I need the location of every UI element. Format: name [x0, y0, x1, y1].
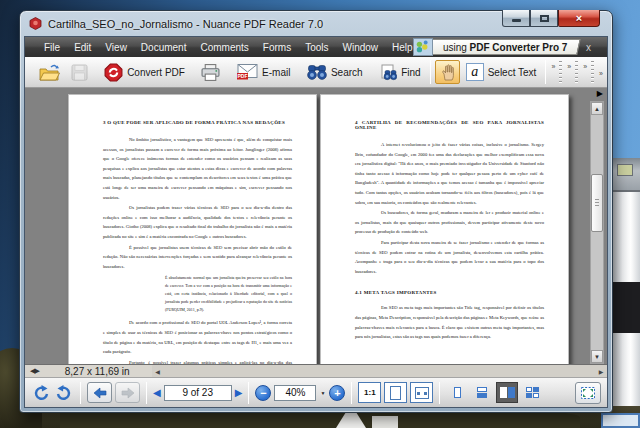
toolbar-separator	[545, 60, 546, 84]
single-page-button[interactable]	[446, 382, 468, 403]
window-client: File Edit View Document Comments Forms T…	[24, 36, 608, 408]
select-text-icon: a	[466, 63, 484, 81]
fit-page-button[interactable]	[384, 382, 407, 403]
paragraph: Em SEO as meta tags mais importantes são…	[355, 303, 544, 341]
pdf-converter-badge[interactable]: using PDF Converter Pro 7 x	[413, 38, 592, 56]
close-button[interactable]: ×	[558, 10, 600, 27]
continuous-icon	[477, 387, 487, 398]
search-button[interactable]: Search	[302, 61, 368, 84]
two-page-icon	[500, 387, 507, 398]
find-label: Find	[401, 67, 420, 78]
search-binoculars-icon	[307, 64, 327, 81]
menu-bar: File Edit View Document Comments Forms T…	[25, 37, 607, 57]
vertical-scroll-thumb[interactable]	[591, 174, 603, 232]
hand-tool-button[interactable]	[435, 60, 460, 84]
block-quote: É absolutamente normal que um jornalista…	[165, 274, 292, 314]
menu-tools[interactable]: Tools	[298, 37, 335, 57]
zoom-dropdown-icon[interactable]: ▼	[320, 390, 325, 396]
document-viewport[interactable]: 3 O QUE PODE SER APLICADO DE FORMA PRÁTI…	[25, 88, 607, 365]
collapsed-toolbar[interactable]: »	[582, 61, 597, 83]
pdf-page-right[interactable]: 4 CARTILHA DE RECOMENDAÇÕES DE SEO PARA …	[320, 94, 569, 365]
search-label: Search	[331, 67, 363, 78]
page-size-label: 8,27 x 11,69 in	[65, 366, 130, 377]
toolbar-grip[interactable]	[96, 61, 97, 83]
two-page-continuous-icon	[526, 387, 539, 398]
rotate-counterclockwise-button[interactable]	[31, 384, 51, 402]
fit-width-button[interactable]	[410, 382, 433, 403]
toolbar-grip[interactable]	[193, 61, 194, 83]
badge-text: using PDF Converter Pro 7	[443, 42, 568, 53]
toolbar-grip[interactable]	[574, 61, 579, 83]
menu-forms[interactable]: Forms	[256, 37, 298, 57]
toolbar-grip[interactable]	[590, 61, 595, 83]
full-screen-icon	[579, 385, 597, 401]
page-number-input[interactable]	[164, 385, 232, 401]
zoom-level-box[interactable]: 40%	[274, 385, 316, 401]
paragraph: No âmbito jornalístico, a vantagem que S…	[103, 135, 292, 202]
toolbar-grip[interactable]	[228, 61, 229, 83]
menu-document[interactable]: Document	[134, 37, 194, 57]
next-page-icon[interactable]: ▶	[235, 388, 243, 398]
collapsed-toolbar[interactable]: »	[566, 61, 581, 83]
badge-close-icon[interactable]: x	[586, 42, 591, 53]
menu-comments[interactable]: Comments	[193, 37, 255, 57]
toolbar-grip[interactable]	[558, 61, 563, 83]
fit-width-icon	[415, 387, 429, 399]
pane-overflow-icon[interactable]: ▶	[597, 90, 603, 98]
next-view-button[interactable]	[115, 382, 140, 403]
two-page-continuous-button[interactable]	[521, 382, 543, 403]
previous-view-button[interactable]	[87, 382, 112, 403]
overflow-chevron-icon[interactable]: »	[567, 63, 571, 70]
wallpaper-lighthouse	[611, 158, 640, 428]
rotate-clockwise-button[interactable]	[54, 384, 74, 402]
open-button[interactable]	[34, 61, 65, 84]
zoom-out-button[interactable]: −	[255, 385, 271, 401]
toolbar-grip[interactable]	[371, 61, 372, 83]
pdf-page-left[interactable]: 3 O QUE PODE SER APLICADO DE FORMA PRÁTI…	[68, 94, 317, 365]
section-heading: 4 CARTILHA DE RECOMENDAÇÕES DE SEO PARA …	[355, 120, 544, 130]
toolbar-separator	[146, 382, 147, 404]
overflow-chevron-icon[interactable]: »	[599, 70, 603, 77]
save-button[interactable]	[66, 61, 93, 84]
menu-file[interactable]: File	[37, 37, 67, 57]
select-text-button[interactable]: a Select Text	[461, 60, 542, 84]
horizontal-scrollbar[interactable]: ◀ ▶	[152, 365, 607, 377]
continuous-button[interactable]	[471, 382, 493, 403]
zoom-in-button[interactable]: +	[329, 385, 345, 401]
print-button[interactable]	[196, 61, 225, 84]
scroll-up-icon[interactable]: ▲	[591, 102, 603, 115]
overflow-chevron-icon[interactable]: »	[583, 63, 587, 70]
convert-pdf-icon	[104, 63, 123, 82]
maximize-button[interactable]	[530, 10, 558, 27]
menu-window[interactable]: Window	[336, 37, 386, 57]
actual-size-button[interactable]: 1:1	[358, 382, 381, 403]
two-page-icon	[508, 387, 515, 398]
title-bar[interactable]: Cartilha_SEO_no_Jornalismo - Nuance PDF …	[20, 11, 612, 36]
previous-page-icon[interactable]: ◀	[153, 388, 161, 398]
open-folder-icon	[39, 64, 60, 81]
collapsed-toolbar[interactable]: »	[550, 61, 565, 83]
lighthouse-cap	[611, 158, 640, 192]
menu-edit[interactable]: Edit	[67, 37, 98, 57]
rotate-ccw-icon	[32, 385, 50, 401]
vertical-scrollbar[interactable]: ▲ ▼	[590, 101, 604, 364]
two-page-view-button[interactable]	[496, 382, 518, 403]
overflow-chevron-icon[interactable]: »	[551, 63, 555, 70]
pane-splitter-icon[interactable]: ◀▶	[30, 367, 39, 375]
find-button[interactable]: Find	[374, 61, 425, 84]
scroll-right-icon[interactable]: ▶	[595, 365, 607, 377]
convert-pdf-button[interactable]: Convert PDF	[99, 60, 190, 85]
menu-view[interactable]: View	[98, 37, 134, 57]
save-icon	[71, 64, 88, 81]
full-screen-button[interactable]	[575, 382, 601, 404]
email-button[interactable]: PDF E-mail	[232, 61, 295, 83]
scroll-left-icon[interactable]: ◀	[152, 365, 164, 377]
minimize-button[interactable]	[502, 10, 530, 27]
paragraph: Os buscadores, de forma geral, mudaram a…	[355, 208, 544, 237]
lighthouse-lamp	[617, 164, 633, 176]
scroll-down-icon[interactable]: ▼	[591, 350, 603, 363]
toolbar-grip[interactable]	[30, 61, 31, 83]
subsection-heading: 4.1 META TAGS IMPORTANTES	[355, 290, 544, 295]
caption-buttons: ×	[502, 10, 600, 27]
toolbar-grip[interactable]	[298, 61, 299, 83]
